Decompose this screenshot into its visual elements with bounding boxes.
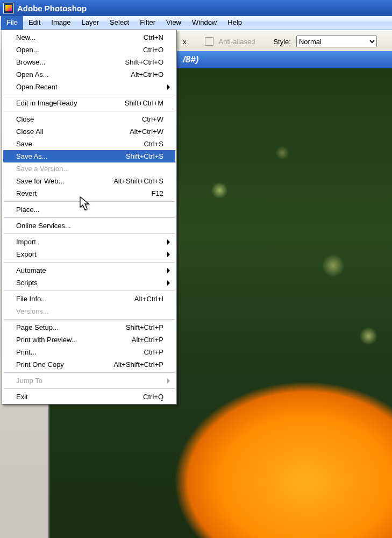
file-menu-dropdown: New...Ctrl+NOpen...Ctrl+OBrowse...Shift+…	[2, 30, 177, 405]
menubar: FileEditImageLayerSelectFilterViewWindow…	[0, 16, 392, 30]
menu-item-label: Open As...	[16, 70, 131, 79]
file-menu-item-revert[interactable]: RevertF12	[3, 187, 175, 200]
menu-item-shortcut: Ctrl+N	[144, 33, 163, 41]
menu-separator	[4, 262, 175, 263]
submenu-arrow-icon	[167, 378, 170, 384]
menu-item-shortcut: F12	[152, 189, 163, 197]
menu-item-shortcut: Ctrl+W	[142, 115, 163, 123]
submenu-arrow-icon	[167, 84, 170, 90]
menu-item-label: Edit in ImageReady	[16, 99, 125, 107]
file-menu-item-close-all[interactable]: Close AllAlt+Ctrl+W	[3, 125, 175, 138]
file-menu-item-page-setup[interactable]: Page Setup...Shift+Ctrl+P	[3, 321, 175, 334]
menu-item-label: Browse...	[16, 58, 125, 66]
submenu-arrow-icon	[167, 268, 170, 273]
menu-separator	[4, 95, 175, 95]
file-menu-item-save[interactable]: SaveCtrl+S	[3, 138, 175, 150]
menu-item-label: Save	[16, 140, 144, 148]
menu-item-label: Revert	[16, 189, 152, 197]
menu-separator	[4, 372, 175, 373]
menu-layer[interactable]: Layer	[76, 16, 105, 30]
file-menu-item-close[interactable]: CloseCtrl+W	[3, 113, 175, 125]
file-menu-item-print-one-copy[interactable]: Print One CopyAlt+Shift+Ctrl+P	[3, 358, 175, 371]
file-menu-item-new[interactable]: New...Ctrl+N	[3, 31, 175, 44]
menu-item-shortcut: Ctrl+O	[143, 46, 163, 54]
menu-item-shortcut: Ctrl+S	[144, 140, 163, 148]
file-menu-item-browse[interactable]: Browse...Shift+Ctrl+O	[3, 56, 175, 68]
menu-item-label: Export	[16, 250, 163, 258]
menu-item-label: Page Setup...	[16, 323, 126, 331]
file-menu-item-open[interactable]: Open...Ctrl+O	[3, 44, 175, 56]
menu-item-label: Print...	[16, 348, 144, 356]
menu-item-shortcut: Shift+Ctrl+M	[125, 99, 163, 107]
window-titlebar: Adobe Photoshop	[0, 0, 392, 16]
menu-item-label: New...	[16, 33, 144, 41]
menu-item-shortcut: Alt+Ctrl+I	[134, 295, 163, 303]
menu-item-label: Place...	[16, 206, 163, 214]
file-menu-item-exit[interactable]: ExitCtrl+Q	[3, 391, 175, 403]
menu-item-shortcut: Shift+Ctrl+P	[126, 323, 163, 331]
file-menu-item-place[interactable]: Place...	[3, 203, 175, 216]
menu-item-label: Jump To	[16, 377, 163, 385]
menu-item-label: Automate	[16, 266, 163, 274]
menu-item-label: Save for Web...	[16, 177, 113, 185]
menu-item-label: Close	[16, 115, 142, 123]
menu-filter[interactable]: Filter	[134, 16, 161, 30]
menu-window[interactable]: Window	[187, 16, 222, 30]
menu-item-shortcut: Shift+Ctrl+S	[126, 152, 163, 160]
style-label: Style:	[273, 38, 291, 46]
menu-edit[interactable]: Edit	[23, 16, 46, 30]
menu-item-label: Exit	[16, 393, 143, 401]
menu-item-shortcut: Alt+Shift+Ctrl+S	[113, 177, 163, 185]
menu-image[interactable]: Image	[46, 16, 76, 30]
submenu-arrow-icon	[167, 239, 170, 245]
menu-item-shortcut: Ctrl+Q	[143, 393, 163, 401]
file-menu-item-print[interactable]: Print...Ctrl+P	[3, 346, 175, 358]
file-menu-item-import[interactable]: Import	[3, 236, 175, 248]
file-menu-item-open-as[interactable]: Open As...Alt+Ctrl+O	[3, 68, 175, 81]
style-select[interactable]: Normal	[296, 36, 377, 47]
file-menu-item-save-as[interactable]: Save As...Shift+Ctrl+S	[3, 150, 175, 162]
file-menu-item-automate[interactable]: Automate	[3, 264, 175, 277]
file-menu-item-scripts[interactable]: Scripts	[3, 277, 175, 289]
file-menu-item-edit-in-imageready[interactable]: Edit in ImageReadyShift+Ctrl+M	[3, 97, 175, 109]
menu-item-shortcut: Alt+Ctrl+O	[131, 70, 163, 79]
anti-aliased-label: Anti-aliased	[219, 38, 255, 46]
menu-item-shortcut: Shift+Ctrl+O	[125, 58, 163, 66]
menu-item-label: Versions...	[16, 307, 163, 315]
menu-help[interactable]: Help	[222, 16, 247, 30]
file-menu-item-print-with-preview[interactable]: Print with Preview...Alt+Ctrl+P	[3, 334, 175, 346]
menu-view[interactable]: View	[161, 16, 187, 30]
anti-aliased-checkbox[interactable]	[205, 37, 213, 46]
file-menu-item-open-recent[interactable]: Open Recent	[3, 81, 175, 93]
menu-separator	[4, 388, 175, 389]
menu-item-label: Open...	[16, 46, 143, 54]
menu-item-shortcut: Alt+Ctrl+W	[130, 128, 163, 136]
menu-select[interactable]: Select	[104, 16, 134, 30]
menu-item-shortcut: Alt+Shift+Ctrl+P	[113, 360, 163, 369]
menu-separator	[4, 217, 175, 218]
menu-file[interactable]: File	[1, 16, 23, 30]
document-title: /8#)	[183, 54, 198, 65]
menu-separator	[4, 291, 175, 291]
file-menu-item-online-services[interactable]: Online Services...	[3, 220, 175, 232]
file-menu-item-save-a-version: Save a Version...	[3, 162, 175, 175]
menu-item-shortcut: Ctrl+P	[144, 348, 163, 356]
menu-separator	[4, 201, 175, 202]
menu-item-label: Open Recent	[16, 83, 163, 91]
menu-item-label: Print with Preview...	[16, 336, 132, 344]
menu-item-label: Scripts	[16, 279, 163, 287]
menu-item-label: Save a Version...	[16, 165, 163, 173]
submenu-arrow-icon	[167, 252, 170, 257]
menu-item-label: Online Services...	[16, 222, 163, 230]
file-menu-item-file-info[interactable]: File Info...Alt+Ctrl+I	[3, 293, 175, 305]
file-menu-item-save-for-web[interactable]: Save for Web...Alt+Shift+Ctrl+S	[3, 175, 175, 187]
app-icon	[3, 3, 14, 13]
file-menu-item-export[interactable]: Export	[3, 248, 175, 260]
file-menu-item-jump-to: Jump To	[3, 374, 175, 387]
menu-item-shortcut: Alt+Ctrl+P	[132, 336, 163, 344]
menu-item-label: Import	[16, 238, 163, 246]
menu-separator	[4, 111, 175, 111]
menu-separator	[4, 319, 175, 320]
file-menu-item-versions: Versions...	[3, 305, 175, 317]
menu-item-label: File Info...	[16, 295, 134, 303]
